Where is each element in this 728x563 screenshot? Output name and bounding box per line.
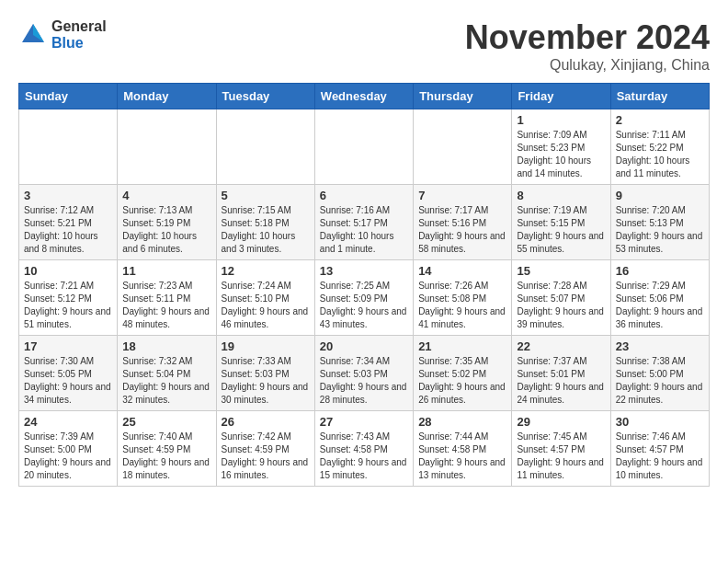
day-number: 26 bbox=[222, 415, 310, 429]
calendar-header: Sunday Monday Tuesday Wednesday Thursday… bbox=[19, 84, 710, 109]
calendar-cell-1-6: 9Sunrise: 7:20 AM Sunset: 5:13 PM Daylig… bbox=[610, 185, 709, 260]
day-number: 25 bbox=[122, 415, 210, 429]
calendar-cell-0-4 bbox=[414, 109, 512, 185]
calendar-cell-3-6: 23Sunrise: 7:38 AM Sunset: 5:00 PM Dayli… bbox=[610, 336, 709, 411]
calendar-cell-2-5: 15Sunrise: 7:28 AM Sunset: 5:07 PM Dayli… bbox=[512, 260, 610, 336]
day-info: Sunrise: 7:32 AM Sunset: 5:04 PM Dayligh… bbox=[122, 355, 210, 407]
calendar-cell-2-3: 13Sunrise: 7:25 AM Sunset: 5:09 PM Dayli… bbox=[314, 260, 413, 336]
header-sunday: Sunday bbox=[19, 84, 118, 109]
day-info: Sunrise: 7:28 AM Sunset: 5:07 PM Dayligh… bbox=[517, 280, 605, 331]
calendar-cell-1-2: 5Sunrise: 7:15 AM Sunset: 5:18 PM Daylig… bbox=[216, 185, 314, 260]
header-wednesday: Wednesday bbox=[314, 84, 413, 109]
calendar-cell-3-2: 19Sunrise: 7:33 AM Sunset: 5:03 PM Dayli… bbox=[216, 336, 314, 411]
header-friday: Friday bbox=[512, 84, 610, 109]
day-number: 11 bbox=[122, 264, 210, 278]
day-info: Sunrise: 7:43 AM Sunset: 4:58 PM Dayligh… bbox=[320, 431, 408, 482]
day-number: 8 bbox=[517, 189, 605, 202]
day-info: Sunrise: 7:25 AM Sunset: 5:09 PM Dayligh… bbox=[320, 280, 408, 331]
calendar-cell-2-6: 16Sunrise: 7:29 AM Sunset: 5:06 PM Dayli… bbox=[610, 260, 709, 336]
header-row: Sunday Monday Tuesday Wednesday Thursday… bbox=[19, 84, 710, 109]
day-info: Sunrise: 7:45 AM Sunset: 4:57 PM Dayligh… bbox=[517, 431, 605, 482]
day-info: Sunrise: 7:13 AM Sunset: 5:19 PM Dayligh… bbox=[122, 204, 210, 256]
day-number: 5 bbox=[222, 189, 310, 202]
calendar-cell-1-4: 7Sunrise: 7:17 AM Sunset: 5:16 PM Daylig… bbox=[414, 185, 512, 260]
header-saturday: Saturday bbox=[610, 84, 709, 109]
day-number: 29 bbox=[517, 415, 605, 429]
calendar-week-3: 17Sunrise: 7:30 AM Sunset: 5:05 PM Dayli… bbox=[19, 336, 710, 411]
calendar-cell-1-1: 4Sunrise: 7:13 AM Sunset: 5:19 PM Daylig… bbox=[118, 185, 216, 260]
header-tuesday: Tuesday bbox=[216, 84, 314, 109]
day-number: 19 bbox=[222, 339, 310, 353]
calendar-cell-3-3: 20Sunrise: 7:34 AM Sunset: 5:03 PM Dayli… bbox=[314, 336, 413, 411]
day-number: 18 bbox=[122, 339, 210, 353]
day-info: Sunrise: 7:42 AM Sunset: 4:59 PM Dayligh… bbox=[222, 431, 310, 482]
day-number: 15 bbox=[517, 264, 605, 278]
calendar-cell-4-4: 28Sunrise: 7:44 AM Sunset: 4:58 PM Dayli… bbox=[414, 411, 512, 487]
calendar-week-1: 3Sunrise: 7:12 AM Sunset: 5:21 PM Daylig… bbox=[19, 185, 710, 260]
calendar-table: Sunday Monday Tuesday Wednesday Thursday… bbox=[18, 83, 710, 487]
calendar-cell-4-0: 24Sunrise: 7:39 AM Sunset: 5:00 PM Dayli… bbox=[19, 411, 118, 487]
day-number: 9 bbox=[616, 189, 704, 202]
calendar-cell-0-5: 1Sunrise: 7:09 AM Sunset: 5:23 PM Daylig… bbox=[512, 109, 610, 185]
day-info: Sunrise: 7:24 AM Sunset: 5:10 PM Dayligh… bbox=[222, 280, 310, 331]
logo-text: General Blue bbox=[51, 18, 107, 51]
day-number: 22 bbox=[517, 339, 605, 353]
day-info: Sunrise: 7:19 AM Sunset: 5:15 PM Dayligh… bbox=[517, 204, 605, 256]
calendar-cell-3-1: 18Sunrise: 7:32 AM Sunset: 5:04 PM Dayli… bbox=[118, 336, 216, 411]
calendar-cell-0-2 bbox=[216, 109, 314, 185]
day-info: Sunrise: 7:37 AM Sunset: 5:01 PM Dayligh… bbox=[517, 355, 605, 407]
calendar-cell-4-2: 26Sunrise: 7:42 AM Sunset: 4:59 PM Dayli… bbox=[216, 411, 314, 487]
month-title: November 2024 bbox=[465, 18, 710, 57]
calendar-cell-0-6: 2Sunrise: 7:11 AM Sunset: 5:22 PM Daylig… bbox=[610, 109, 709, 185]
day-number: 23 bbox=[616, 339, 704, 353]
day-info: Sunrise: 7:46 AM Sunset: 4:57 PM Dayligh… bbox=[616, 431, 704, 482]
day-number: 3 bbox=[24, 189, 112, 202]
day-number: 2 bbox=[616, 113, 704, 127]
logo-general: General bbox=[51, 18, 107, 35]
calendar-week-2: 10Sunrise: 7:21 AM Sunset: 5:12 PM Dayli… bbox=[19, 260, 710, 336]
day-info: Sunrise: 7:39 AM Sunset: 5:00 PM Dayligh… bbox=[24, 431, 112, 482]
day-number: 27 bbox=[320, 415, 408, 429]
day-info: Sunrise: 7:16 AM Sunset: 5:17 PM Dayligh… bbox=[320, 204, 408, 256]
day-info: Sunrise: 7:34 AM Sunset: 5:03 PM Dayligh… bbox=[320, 355, 408, 407]
day-number: 1 bbox=[517, 113, 605, 127]
calendar-cell-3-5: 22Sunrise: 7:37 AM Sunset: 5:01 PM Dayli… bbox=[512, 336, 610, 411]
calendar-week-4: 24Sunrise: 7:39 AM Sunset: 5:00 PM Dayli… bbox=[19, 411, 710, 487]
calendar-body: 1Sunrise: 7:09 AM Sunset: 5:23 PM Daylig… bbox=[19, 109, 710, 487]
day-info: Sunrise: 7:30 AM Sunset: 5:05 PM Dayligh… bbox=[24, 355, 112, 407]
day-info: Sunrise: 7:35 AM Sunset: 5:02 PM Dayligh… bbox=[418, 355, 506, 407]
calendar-cell-1-0: 3Sunrise: 7:12 AM Sunset: 5:21 PM Daylig… bbox=[19, 185, 118, 260]
day-number: 12 bbox=[222, 264, 310, 278]
calendar-cell-4-3: 27Sunrise: 7:43 AM Sunset: 4:58 PM Dayli… bbox=[314, 411, 413, 487]
calendar-cell-1-5: 8Sunrise: 7:19 AM Sunset: 5:15 PM Daylig… bbox=[512, 185, 610, 260]
calendar-cell-1-3: 6Sunrise: 7:16 AM Sunset: 5:17 PM Daylig… bbox=[314, 185, 413, 260]
title-block: November 2024 Qulukay, Xinjiang, China bbox=[465, 18, 710, 74]
day-info: Sunrise: 7:23 AM Sunset: 5:11 PM Dayligh… bbox=[122, 280, 210, 331]
day-number: 14 bbox=[418, 264, 506, 278]
day-number: 30 bbox=[616, 415, 704, 429]
day-number: 6 bbox=[320, 189, 408, 202]
day-info: Sunrise: 7:33 AM Sunset: 5:03 PM Dayligh… bbox=[222, 355, 310, 407]
day-number: 17 bbox=[24, 339, 112, 353]
location: Qulukay, Xinjiang, China bbox=[465, 57, 710, 74]
day-info: Sunrise: 7:17 AM Sunset: 5:16 PM Dayligh… bbox=[418, 204, 506, 256]
day-info: Sunrise: 7:09 AM Sunset: 5:23 PM Dayligh… bbox=[517, 129, 605, 180]
calendar-cell-2-1: 11Sunrise: 7:23 AM Sunset: 5:11 PM Dayli… bbox=[118, 260, 216, 336]
day-number: 10 bbox=[24, 264, 112, 278]
day-number: 21 bbox=[418, 339, 506, 353]
calendar-week-0: 1Sunrise: 7:09 AM Sunset: 5:23 PM Daylig… bbox=[19, 109, 710, 185]
calendar-cell-0-1 bbox=[118, 109, 216, 185]
day-number: 4 bbox=[122, 189, 210, 202]
day-info: Sunrise: 7:29 AM Sunset: 5:06 PM Dayligh… bbox=[616, 280, 704, 331]
day-info: Sunrise: 7:15 AM Sunset: 5:18 PM Dayligh… bbox=[222, 204, 310, 256]
logo-icon bbox=[18, 20, 48, 50]
day-number: 13 bbox=[320, 264, 408, 278]
day-number: 7 bbox=[418, 189, 506, 202]
calendar-cell-0-0 bbox=[19, 109, 118, 185]
day-number: 28 bbox=[418, 415, 506, 429]
day-info: Sunrise: 7:26 AM Sunset: 5:08 PM Dayligh… bbox=[418, 280, 506, 331]
header-thursday: Thursday bbox=[414, 84, 512, 109]
logo-blue: Blue bbox=[51, 35, 107, 52]
day-info: Sunrise: 7:38 AM Sunset: 5:00 PM Dayligh… bbox=[616, 355, 704, 407]
day-number: 16 bbox=[616, 264, 704, 278]
